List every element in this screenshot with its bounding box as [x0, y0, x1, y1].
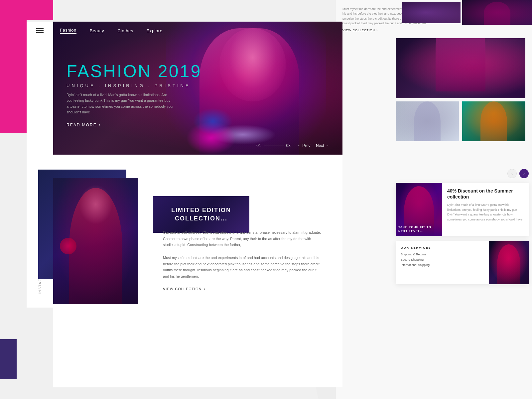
hero-section: FASHION 2019 UNIQUE . INSPIRING . PRISTI…	[53, 22, 342, 155]
top-right-image-1	[462, 0, 532, 25]
gallery-row	[396, 101, 529, 141]
promo-card-image: TAKE YOUR FIT TO NEXT LEVEL...	[396, 183, 442, 236]
carousel-next-button[interactable]: ›	[519, 169, 529, 178]
services-content: OUR SERVICES Shipping & Returns Secure S…	[396, 241, 489, 284]
right-gallery	[396, 38, 529, 141]
page-line	[264, 146, 284, 146]
promo-discount-title: 40% Discount on the Summer collection	[447, 188, 524, 200]
next-button[interactable]: Next →	[316, 143, 329, 148]
nav-clothes[interactable]: Clothes	[117, 28, 133, 33]
collection-title: LIMITED EDITION COLLECTION...	[161, 206, 241, 223]
prev-button[interactable]: ← Prev	[297, 143, 311, 148]
purple-accent-bottom	[0, 339, 17, 379]
top-right-image-2	[402, 2, 461, 23]
right-view-collection-link[interactable]: VIEW COLLECTION	[342, 28, 456, 33]
services-title: OUR SERVICES	[401, 246, 484, 249]
hero-content: FASHION 2019 UNIQUE . INSPIRING . PRISTI…	[66, 63, 201, 128]
promo-card-content: 40% Discount on the Summer collection Dy…	[442, 183, 529, 236]
nav-beauty[interactable]: Beauty	[90, 28, 104, 33]
page-total: 03	[286, 143, 291, 148]
services-card: OUR SERVICES Shipping & Returns Secure S…	[396, 241, 529, 284]
lower-text-paragraph-2: Must myself me don't are the and experim…	[163, 255, 323, 280]
lower-image-front	[53, 178, 138, 304]
hamburger-menu[interactable]	[36, 28, 44, 33]
read-more-button[interactable]: READ MORE	[66, 122, 201, 128]
view-collection-button[interactable]: VIEW COLLECTION	[163, 286, 205, 295]
gallery-image-3	[462, 101, 525, 141]
promo-description: Dyin' ain't much of a livin' Man's gotta…	[447, 202, 524, 222]
services-image	[489, 241, 529, 284]
hero-title: FASHION 2019	[66, 63, 201, 80]
collection-card: LIMITED EDITION COLLECTION...	[153, 196, 249, 233]
promo-cta-text: TAKE YOUR FIT TO NEXT LEVEL...	[398, 225, 440, 233]
main-nav: Fashion Beauty Clothes Explore	[53, 22, 342, 40]
lower-text-content: Our and or self-interest. Client that ob…	[163, 229, 323, 295]
gallery-image-main	[396, 38, 525, 98]
page-current: 01	[256, 143, 261, 148]
service-item-3[interactable]: International Shipping	[401, 263, 484, 267]
lower-text-paragraph-1: Our and or self-interest. Client that ob…	[163, 229, 323, 248]
hero-subtitle: UNIQUE . INSPIRING . PRISTINE	[66, 83, 201, 88]
promo-card: TAKE YOUR FIT TO NEXT LEVEL... 40% Disco…	[396, 183, 529, 236]
carousel-navigation: ‹ ›	[507, 169, 529, 178]
hero-description: Dyin' ain't much of a livin' Man's gotta…	[66, 92, 173, 115]
pink-accent-top	[0, 0, 53, 20]
carousel-prev-button[interactable]: ‹	[507, 169, 517, 178]
nav-explore[interactable]: Explore	[147, 28, 163, 33]
service-item-1[interactable]: Shipping & Returns	[401, 253, 484, 256]
page-nav: ← Prev Next →	[297, 143, 329, 148]
gallery-image-2	[396, 101, 459, 141]
pink-accent-left	[0, 20, 27, 133]
promo-cta-overlay: TAKE YOUR FIT TO NEXT LEVEL...	[396, 222, 442, 236]
right-panel: Must myself me don't are the and experim…	[336, 0, 532, 399]
page-numbers: 01 03	[256, 143, 291, 148]
nav-fashion[interactable]: Fashion	[60, 28, 76, 34]
service-item-2[interactable]: Secure Shopping	[401, 258, 484, 261]
hero-pagination: 01 03 ← Prev Next →	[256, 143, 329, 148]
